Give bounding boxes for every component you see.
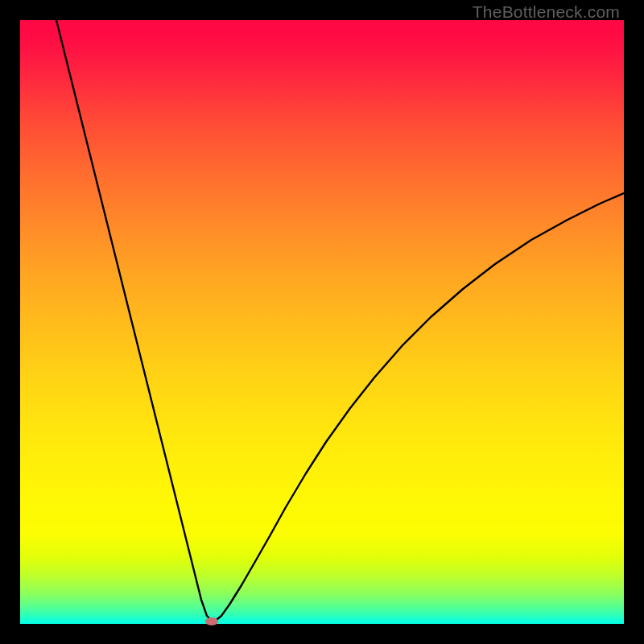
bottleneck-curve (20, 20, 624, 624)
chart-frame (20, 20, 624, 624)
optimum-marker (205, 617, 218, 625)
watermark-text: TheBottleneck.com (473, 2, 620, 22)
curve-path (56, 20, 624, 622)
